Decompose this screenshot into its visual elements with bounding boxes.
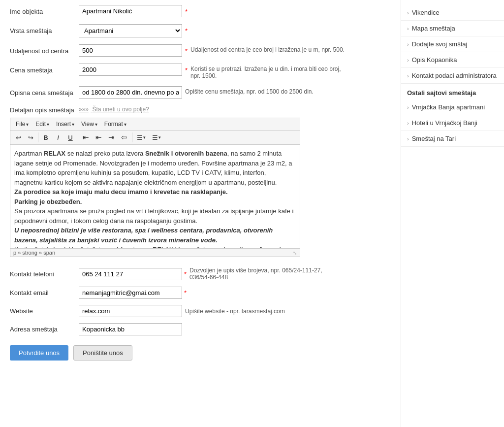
undo-button[interactable]: ↩ (12, 132, 24, 143)
email-required-star: * (184, 289, 187, 296)
adresa-input[interactable] (79, 323, 182, 335)
email-row: Kontakt email * (10, 287, 391, 299)
ol-dropdown-icon: ▾ (158, 135, 161, 140)
sidebar-dodajte-label: Dodajte svoj smštaj (412, 40, 468, 48)
ime-objekta-wrap: * (79, 5, 391, 17)
sidebar-item-kontakt[interactable]: › Kontakt podaci administratora (401, 68, 504, 84)
sidebar-item-smestaj-tara[interactable]: › Smeštaj na Tari (401, 131, 504, 147)
opisna-row: Opisna cena smeštaja Opišite cenu smešta… (10, 86, 391, 99)
sidebar-item-hoteli[interactable]: › Hoteli u Vrnjačkoj Banji (401, 115, 504, 131)
editor-text-prozora: Sa prozora apartmana se pruža pogled na … (14, 207, 293, 225)
udaljenost-label: Udaljenost od centra (10, 44, 79, 55)
vrsta-smestaja-select[interactable]: Apartmani Hotel Motel Pansion Vila Viken… (79, 24, 182, 37)
website-hint: Upišite website - npr. tarasmestaj.com (185, 308, 285, 315)
sidebar-item-vrnjacka[interactable]: › Vrnjačka Banja apartmani (401, 99, 504, 115)
detaljan-link-text: Šta uneti u ovo polje? (92, 106, 149, 113)
cena-input[interactable] (79, 64, 182, 76)
smestaj-tara-chevron-icon: › (407, 136, 409, 142)
sidebar-other-title: Ostali sajtovi smeštaja (401, 84, 504, 99)
sidebar-item-mapa[interactable]: › Mapa smeštaja (401, 21, 504, 36)
telefon-row: Kontakt telefoni * Dozvoljen je upis viš… (10, 267, 391, 281)
list-ol-icon: ☰ (152, 134, 158, 141)
resize-handle-icon[interactable]: ⤡ (293, 250, 297, 256)
align-center-button[interactable]: ⇤ (93, 131, 105, 143)
italic-button[interactable]: I (52, 132, 64, 143)
sidebar-vrnjacka-label: Vrnjačka Banja apartmani (412, 103, 485, 111)
action-buttons: Potvrdite unos Poništite unos (10, 345, 391, 361)
sidebar-vikendice-label: Vikendice (412, 9, 440, 16)
unordered-list-button[interactable]: ☰▾ (134, 132, 149, 143)
editor-toolbar-row1: File ▾ Edit ▾ Insert ▾ View ▾ Format ▾ (10, 118, 300, 131)
opisna-input[interactable] (79, 86, 182, 99)
udaljenost-wrap: * Udaljenost od centra je ceo broj i izr… (79, 44, 391, 57)
cena-required-star: * (185, 66, 188, 74)
bold-button[interactable]: B (40, 132, 52, 143)
editor-text-porodice: Za porodice sa koje imaju malu decu imam… (14, 188, 228, 196)
cena-label: Cena smeštaja (10, 64, 79, 74)
vikendice-chevron-icon: › (407, 10, 409, 16)
editor-content-area[interactable]: Apartman RELAX se nalazi preko puta izvo… (10, 145, 300, 248)
sidebar: › Vikendice › Mapa smeštaja › Dodajte sv… (401, 0, 504, 427)
align-justify-button[interactable]: ⇦ (118, 131, 130, 143)
view-caret-icon: ▾ (95, 122, 97, 127)
sidebar-item-opis[interactable]: › Opis Kopaonika (401, 52, 504, 68)
insert-menu-button[interactable]: Insert ▾ (53, 119, 78, 129)
redo-button[interactable]: ↪ (25, 132, 36, 143)
editor-text-setnja: Kratka šetnja banjskim šetalistem od Apa… (14, 246, 290, 248)
toolbar-sep-3 (132, 132, 132, 142)
detaljan-link-wrap: »»» Šta uneti u ovo polje? (79, 105, 151, 113)
udaljenost-required-star: * (185, 47, 188, 55)
adresa-row: Adresa smeštaja (10, 323, 391, 335)
sidebar-item-vikendice[interactable]: › Vikendice (401, 5, 504, 21)
telefon-input[interactable] (79, 268, 182, 280)
detaljan-row: Detaljan opis smeštaja »»» Šta uneti u o… (10, 105, 391, 114)
vrsta-smestaja-label: Vrsta smeštaja (10, 24, 79, 34)
udaljenost-row: Udaljenost od centra * Udaljenost od cen… (10, 44, 391, 57)
toolbar-sep-1 (38, 132, 38, 142)
toolbar-sep-2 (78, 132, 78, 142)
align-left-button[interactable]: ⇤ (80, 131, 92, 143)
dodajte-chevron-icon: › (407, 41, 409, 47)
format-menu-button[interactable]: Format ▾ (101, 119, 130, 129)
vrsta-smestaja-wrap: Apartmani Hotel Motel Pansion Vila Viken… (79, 24, 391, 37)
sidebar-other-section: Ostali sajtovi smeštaja › Vrnjačka Banja… (401, 84, 504, 147)
kontakt-chevron-icon: › (407, 73, 409, 79)
email-input[interactable] (79, 287, 182, 299)
align-right-button[interactable]: ⇥ (105, 131, 118, 143)
cancel-button[interactable]: Poništite unos (73, 345, 132, 361)
website-input[interactable] (79, 305, 182, 317)
edit-menu-button[interactable]: Edit ▾ (32, 119, 53, 129)
opis-chevron-icon: › (407, 57, 409, 63)
underline-button[interactable]: U (64, 132, 76, 143)
telefon-hint: Dozvoljen je upis više brojeva, npr. 065… (189, 267, 337, 281)
detaljan-link-prefix: »»» (79, 106, 89, 113)
adresa-label: Adresa smeštaja (10, 326, 79, 333)
opisna-label: Opisna cena smeštaja (10, 86, 79, 97)
insert-caret-icon: ▾ (72, 122, 74, 127)
vrsta-required-star: * (185, 27, 188, 34)
editor-text-blizini: U neposrednoj blizini je više restorana,… (14, 227, 273, 244)
vrnjacka-chevron-icon: › (407, 104, 409, 110)
ime-objekta-row: Ime objekta * (10, 5, 391, 17)
view-menu-button[interactable]: View ▾ (78, 119, 101, 129)
telefon-label: Kontakt telefoni (10, 270, 79, 278)
editor-path: p » strong » span (13, 250, 55, 256)
detaljan-link[interactable]: »»» Šta uneti u ovo polje? (79, 106, 151, 113)
cena-row: Cena smeštaja * Koristi se u pretrazi. I… (10, 64, 391, 79)
contact-section: Kontakt telefoni * Dozvoljen je upis viš… (10, 267, 391, 335)
editor-text-intro: Apartman RELAX se nalazi preko puta izvo… (14, 150, 292, 186)
website-row: Website Upišite website - npr. tarasmest… (10, 305, 391, 317)
ime-objekta-input[interactable] (79, 5, 182, 17)
sidebar-item-dodajte[interactable]: › Dodajte svoj smštaj (401, 36, 504, 52)
udaljenost-hint: Udaljenost od centra je ceo broj i izraž… (190, 44, 345, 53)
file-menu-button[interactable]: File ▾ (12, 119, 32, 129)
confirm-button[interactable]: Potvrdite unos (10, 345, 68, 361)
opisna-hint: Opišite cenu smeštaja, npr. od 1500 do 2… (185, 86, 314, 95)
vrsta-smestaja-row: Vrsta smeštaja Apartmani Hotel Motel Pan… (10, 24, 391, 37)
ordered-list-button[interactable]: ☰▾ (149, 132, 164, 143)
mapa-chevron-icon: › (407, 26, 409, 32)
udaljenost-input[interactable] (79, 44, 182, 57)
list-ul-icon: ☰ (137, 134, 143, 141)
telefon-required-star: * (184, 270, 187, 278)
ul-dropdown-icon: ▾ (143, 135, 146, 140)
